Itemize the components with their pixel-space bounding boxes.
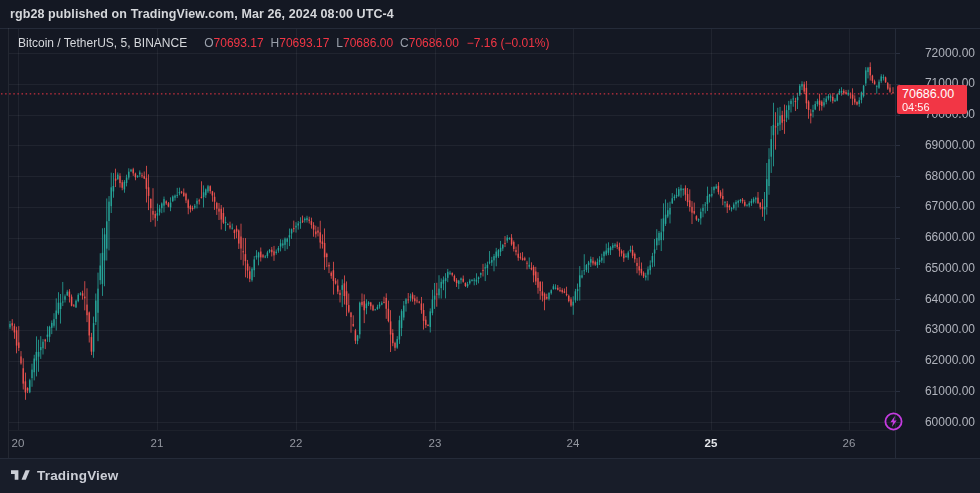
price-tick-label: 66000.00 — [925, 230, 975, 245]
legend-open-label: O — [204, 36, 213, 50]
tradingview-logo-text: TradingView — [37, 468, 118, 483]
price-tick-label: 63000.00 — [925, 322, 975, 337]
date-tick-label: 24 — [567, 437, 580, 449]
legend-close-value: 70686.00 — [409, 36, 459, 50]
date-tick-label: 25 — [705, 437, 718, 449]
candlestick-chart[interactable] — [0, 0, 980, 493]
price-tick-label: 61000.00 — [925, 384, 975, 399]
boost-lightning-icon[interactable] — [883, 411, 904, 432]
symbol-legend: Bitcoin / TetherUS, 5, BINANCEO70693.17H… — [18, 36, 550, 50]
price-tick-label: 65000.00 — [925, 261, 975, 276]
price-tick-label: 62000.00 — [925, 353, 975, 368]
legend-high-label: H — [271, 36, 280, 50]
legend-low-value: 70686.00 — [343, 36, 393, 50]
price-tick-label: 60000.00 — [925, 415, 975, 430]
legend-low-label: L — [336, 36, 343, 50]
legend-high-value: 70693.17 — [279, 36, 329, 50]
date-tick-label: 26 — [843, 437, 856, 449]
legend-close-label: C — [400, 36, 409, 50]
bar-countdown: 04:56 — [902, 101, 967, 113]
legend-change: −7.16 (−0.01%) — [467, 36, 550, 50]
tradingview-logo[interactable]: TradingView — [11, 465, 118, 485]
date-tick-label: 20 — [12, 437, 25, 449]
time-axis[interactable]: 20212223242526 — [0, 430, 895, 458]
price-tick-label: 64000.00 — [925, 292, 975, 307]
tradingview-snapshot: rgb28 published on TradingView.com, Mar … — [0, 0, 980, 493]
date-tick-label: 21 — [151, 437, 164, 449]
legend-open-value: 70693.17 — [214, 36, 264, 50]
last-price-badge: 70686.00 04:56 — [897, 85, 967, 114]
tradingview-logo-icon — [11, 468, 30, 483]
legend-symbol-title[interactable]: Bitcoin / TetherUS, 5, BINANCE — [18, 36, 187, 50]
last-price-value: 70686.00 — [902, 87, 967, 101]
price-tick-label: 72000.00 — [925, 46, 975, 61]
date-tick-label: 22 — [290, 437, 303, 449]
price-tick-label: 69000.00 — [925, 138, 975, 153]
date-tick-label: 23 — [429, 437, 442, 449]
published-credit: rgb28 published on TradingView.com, Mar … — [10, 7, 394, 21]
price-tick-label: 67000.00 — [925, 199, 975, 214]
price-tick-label: 68000.00 — [925, 169, 975, 184]
